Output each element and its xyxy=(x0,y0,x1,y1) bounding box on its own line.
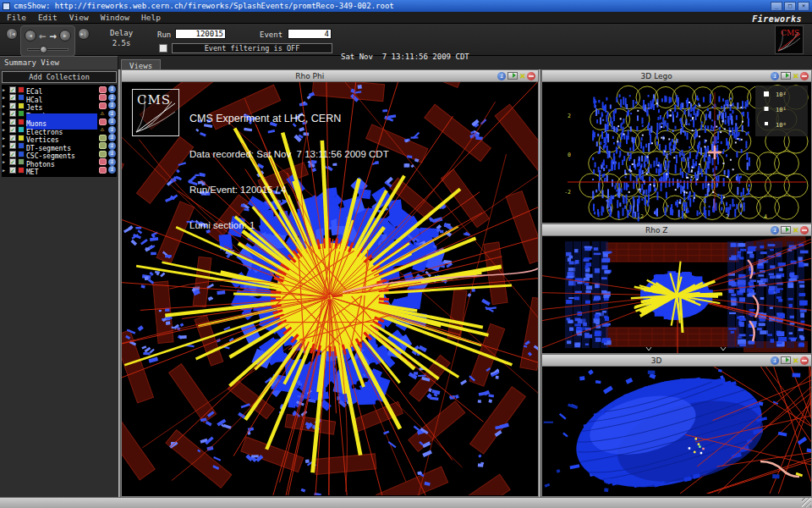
expander-icon[interactable]: ▶ xyxy=(3,111,8,116)
expander-icon[interactable]: ▶ xyxy=(3,87,8,92)
filter-icon[interactable] xyxy=(99,151,107,157)
info-icon[interactable]: i xyxy=(108,102,116,109)
visibility-checkbox[interactable]: ✓ xyxy=(9,102,16,109)
color-swatch[interactable] xyxy=(18,135,25,141)
event-filter-button[interactable]: Event filtering is OFF xyxy=(172,43,332,53)
filter-icon[interactable] xyxy=(99,94,107,101)
color-swatch[interactable] xyxy=(18,167,25,174)
rho-z-event-display[interactable] xyxy=(542,236,811,353)
info-icon[interactable]: i xyxy=(497,72,506,80)
visibility-checkbox[interactable]: ✓ xyxy=(9,151,16,157)
expander-icon[interactable]: ▶ xyxy=(3,119,8,124)
info-icon[interactable]: i xyxy=(108,142,116,150)
lego-viewport[interactable]: 10²10¹10⁰-202420-2 xyxy=(541,82,812,224)
expander-icon[interactable]: ▶ xyxy=(3,159,8,164)
visibility-checkbox[interactable]: ✓ xyxy=(9,86,16,93)
resize-grip[interactable] xyxy=(802,498,811,507)
expander-icon[interactable]: ▶ xyxy=(3,103,8,108)
info-icon[interactable]: i xyxy=(108,158,116,166)
step-forward-icon[interactable]: → xyxy=(47,29,58,42)
maximize-view-icon[interactable]: ✕ xyxy=(793,356,798,365)
maximize-view-icon[interactable]: ✕ xyxy=(519,71,525,80)
filter-icon[interactable] xyxy=(99,102,107,109)
filter-icon[interactable] xyxy=(99,86,107,93)
menu-help[interactable]: Help xyxy=(141,12,161,23)
filter-icon[interactable] xyxy=(99,119,107,125)
threed-event-display[interactable] xyxy=(542,367,811,494)
collection-row-met[interactable]: ▶✓METi xyxy=(2,166,117,174)
menu-file[interactable]: File xyxy=(7,12,26,23)
warning-icon[interactable]: ⚠ xyxy=(98,126,107,133)
event-input[interactable] xyxy=(288,29,332,39)
expander-icon[interactable]: ▶ xyxy=(3,152,8,157)
color-swatch[interactable] xyxy=(18,126,25,133)
next-event-button[interactable]: ▶ xyxy=(59,30,71,41)
delay-slider[interactable] xyxy=(27,45,69,53)
visibility-checkbox[interactable]: ✓ xyxy=(9,94,16,101)
color-swatch[interactable] xyxy=(18,94,25,101)
filter-checkbox[interactable] xyxy=(159,44,167,52)
color-swatch[interactable] xyxy=(18,110,25,117)
close-view-icon[interactable] xyxy=(800,72,809,80)
rho-z-viewport[interactable] xyxy=(541,236,812,354)
visibility-checkbox[interactable]: ✓ xyxy=(9,167,16,174)
menu-window[interactable]: Window xyxy=(101,12,129,23)
info-icon[interactable]: i xyxy=(108,86,116,93)
slider-track[interactable] xyxy=(27,48,69,51)
info-icon[interactable]: i xyxy=(771,72,779,80)
close-button[interactable]: ✕ xyxy=(798,2,809,11)
filter-icon[interactable] xyxy=(99,135,107,141)
info-icon[interactable]: i xyxy=(108,126,116,134)
filter-icon[interactable] xyxy=(99,167,107,174)
expander-icon[interactable]: ▶ xyxy=(3,135,8,141)
visibility-checkbox[interactable]: ✓ xyxy=(9,119,16,125)
visibility-checkbox[interactable]: ✓ xyxy=(9,126,16,133)
maximize-view-icon[interactable]: ✕ xyxy=(793,71,798,80)
prev-event-button[interactable]: ◀ xyxy=(25,30,36,41)
step-back-icon[interactable]: ← xyxy=(37,29,47,42)
rho-phi-event-display[interactable] xyxy=(122,82,538,495)
visibility-checkbox[interactable]: ✓ xyxy=(9,135,16,141)
filter-icon[interactable] xyxy=(99,158,107,165)
info-icon[interactable]: i xyxy=(108,150,116,157)
color-swatch[interactable] xyxy=(18,142,25,149)
info-icon[interactable]: i xyxy=(771,356,779,365)
color-swatch[interactable] xyxy=(18,102,25,109)
threed-viewport[interactable] xyxy=(541,367,812,497)
lego-header[interactable]: 3D Lego i ✕ xyxy=(541,69,812,82)
maximize-button[interactable]: □ xyxy=(784,2,796,11)
close-view-icon[interactable] xyxy=(800,356,809,365)
first-event-button[interactable]: |◀ xyxy=(6,28,18,40)
rho-phi-header[interactable]: Rho Phi i ✕ xyxy=(121,69,539,82)
info-icon[interactable]: i xyxy=(108,118,116,125)
swap-view-icon[interactable] xyxy=(781,356,791,364)
info-icon[interactable]: i xyxy=(108,134,116,141)
rho-phi-viewport[interactable]: CMS CMS Experiment at LHC, CERN Data rec… xyxy=(121,82,539,497)
window-titlebar[interactable]: cmsShow: http://fireworks.web.cern.ch/fi… xyxy=(0,0,812,12)
expander-icon[interactable]: ▶ xyxy=(3,168,8,173)
run-input[interactable] xyxy=(175,29,226,39)
info-icon[interactable]: i xyxy=(108,94,116,102)
info-icon[interactable]: i xyxy=(108,110,116,118)
filter-icon[interactable] xyxy=(99,142,107,149)
visibility-checkbox[interactable]: ✓ xyxy=(9,142,16,149)
visibility-checkbox[interactable]: ✓ xyxy=(9,158,16,165)
color-swatch[interactable] xyxy=(18,86,25,93)
rho-z-header[interactable]: Rho Z i ✕ xyxy=(541,224,812,236)
color-swatch[interactable] xyxy=(18,158,25,165)
tab-summary-view[interactable]: Summary View xyxy=(0,56,118,69)
close-view-icon[interactable] xyxy=(800,226,809,235)
expander-icon[interactable]: ▶ xyxy=(3,127,8,132)
minimize-button[interactable]: _ xyxy=(771,2,782,11)
visibility-checkbox[interactable]: ✓ xyxy=(9,110,16,117)
info-icon[interactable]: i xyxy=(771,226,779,235)
threed-header[interactable]: 3D i ✕ xyxy=(541,354,812,367)
slider-handle[interactable] xyxy=(40,46,47,53)
warning-icon[interactable]: ⚠ xyxy=(98,110,107,117)
last-event-button[interactable]: ▶| xyxy=(78,28,90,40)
swap-view-icon[interactable] xyxy=(508,72,518,80)
maximize-view-icon[interactable]: ✕ xyxy=(793,225,798,235)
color-swatch[interactable] xyxy=(18,151,25,157)
swap-view-icon[interactable] xyxy=(781,226,791,234)
expander-icon[interactable]: ▶ xyxy=(3,143,8,148)
